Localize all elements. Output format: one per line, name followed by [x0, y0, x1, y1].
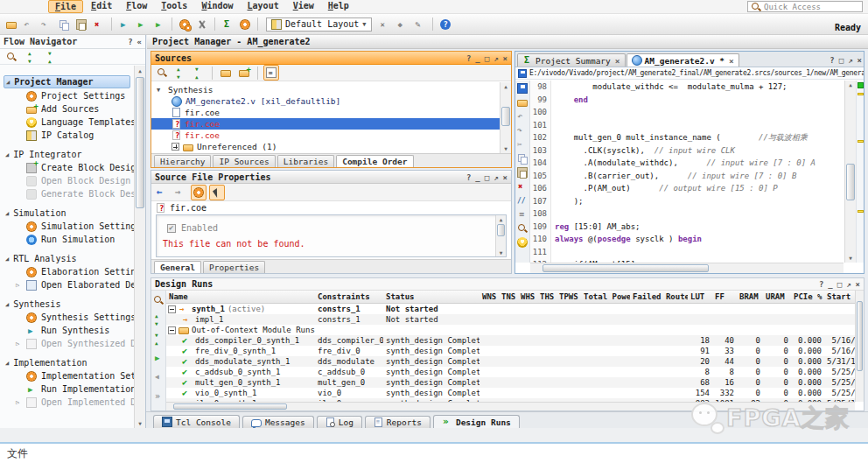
tree-expander-icon[interactable]	[172, 143, 179, 151]
add-file-button[interactable]	[236, 65, 252, 81]
close-icon[interactable]: ×	[615, 56, 620, 66]
run-step-button[interactable]	[151, 17, 167, 32]
design-run-row-impl-1[interactable]: impl_1constrs_1Not started	[166, 314, 855, 325]
scroll-down-icon[interactable]: ▼	[845, 254, 856, 263]
scroll-down-icon[interactable]: ▼	[500, 144, 511, 153]
window-collapse-button[interactable]: «	[137, 38, 142, 46]
design-runs-vscrollbar[interactable]	[855, 291, 864, 402]
flow-item-simulation-settings[interactable]: Simulation Settings	[0, 220, 134, 233]
lightbulb-button[interactable]	[517, 236, 528, 248]
editor-horizontal-scrollbar[interactable]	[530, 263, 844, 273]
bottom-tab-tcl-console[interactable]: Tcl Console	[153, 415, 240, 428]
tree-expander-icon[interactable]	[168, 305, 176, 313]
source-item-am-generate2-v-xil-defaultlib[interactable]: AM_generate2.v [xil_defaultlib]	[151, 95, 500, 107]
column-header-tns[interactable]: TNS	[499, 291, 518, 303]
window-min-button[interactable]: _	[475, 173, 480, 182]
menu-item-view[interactable]: View	[287, 0, 320, 13]
flow-navigator-scrollbar[interactable]: ▲ ▼	[134, 66, 145, 428]
sources-scrollbar[interactable]: ▲ ▼	[500, 82, 511, 153]
redo-button[interactable]	[38, 17, 54, 32]
props-edit-button[interactable]	[191, 185, 206, 200]
window-float-button[interactable]: ↗	[494, 173, 498, 182]
column-header-total-power[interactable]: Total Power	[581, 291, 630, 303]
tools-button[interactable]	[194, 17, 210, 32]
window-float-button[interactable]: ↗	[494, 54, 498, 63]
scroll-up-icon[interactable]: ▲	[496, 215, 506, 223]
warning-mark[interactable]	[858, 210, 864, 213]
window-close-button[interactable]: ×	[503, 173, 508, 182]
close-icon[interactable]: ×	[729, 56, 734, 66]
sfp-tab-general[interactable]: General	[154, 261, 201, 273]
save-button[interactable]	[517, 82, 528, 94]
window-float-button[interactable]: ↗	[848, 56, 852, 65]
column-header-name[interactable]: Name	[166, 291, 315, 303]
window-max-button[interactable]: □	[485, 54, 489, 63]
scrollbar-thumb[interactable]	[501, 107, 510, 126]
flow-item-create-block-design[interactable]: Create Block Design	[0, 161, 134, 174]
expand-all-button[interactable]	[191, 65, 206, 81]
flow-item-implementation-settings[interactable]: Implementation Settings	[0, 369, 134, 382]
quick-access-search[interactable]: Quick Access	[747, 1, 863, 12]
scrollbar-thumb[interactable]	[173, 403, 287, 410]
back-button[interactable]	[154, 185, 170, 200]
flow-item-run-synthesis[interactable]: Run Synthesis	[0, 324, 134, 337]
source-item-fir-coe[interactable]: fir.coe	[151, 118, 500, 130]
editor-tab-am-generate2-v[interactable]: AM_generate2.v *×	[626, 53, 739, 67]
design-run-row-mult-gen-0-synth-1[interactable]: mult_gen_0_synth_1mult_gen_0synth_design…	[166, 377, 855, 388]
flow-item-open-synthesized-design[interactable]: ▷Open Synthesized Design	[0, 337, 134, 350]
step-next-button[interactable]	[150, 389, 166, 404]
expand-all-button[interactable]	[44, 49, 60, 65]
window-max-button[interactable]: □	[485, 173, 489, 182]
scrollbar-thumb[interactable]	[857, 301, 863, 371]
design-run-row-vio-0-synth-1[interactable]: vio_0_synth_1vio_0synth_design Complete!…	[166, 388, 855, 398]
pen-button[interactable]	[412, 17, 428, 32]
design-run-row-dds-modulate-synth-1[interactable]: dds_modulate_synth_1dds_modulatesynth_de…	[166, 356, 855, 367]
column-header-wns[interactable]: WNS	[480, 291, 499, 303]
copy-button[interactable]	[517, 152, 528, 164]
open-file-button[interactable]	[517, 96, 528, 108]
warning-mark[interactable]	[858, 93, 864, 95]
step-prev-button[interactable]	[150, 369, 166, 385]
scrollbar-thumb[interactable]	[136, 77, 144, 208]
design-run-row-fre-div-0-synth-1[interactable]: fre_div_0_synth_1fre_div_0synth_design C…	[166, 346, 855, 356]
window-help-button[interactable]: ?	[466, 54, 471, 63]
flow-item-run-simulation[interactable]: Run Simulation	[0, 233, 134, 246]
column-header-lut[interactable]: LUT	[688, 291, 712, 303]
delete-button[interactable]	[91, 17, 107, 32]
run-button[interactable]	[150, 350, 166, 366]
window-close-button[interactable]: ×	[858, 56, 862, 65]
source-item-fir-coe[interactable]: fir.coe	[151, 107, 500, 118]
column-header-ths[interactable]: THS	[537, 291, 556, 303]
warning-mark[interactable]	[858, 140, 864, 143]
column-header-tpws[interactable]: TPWS	[556, 291, 581, 303]
undo-button[interactable]	[21, 17, 37, 32]
scroll-up-icon[interactable]: ▲	[135, 66, 145, 75]
layout-selector[interactable]: Default Layout ▼	[266, 18, 372, 32]
search-button[interactable]	[150, 292, 166, 308]
window-min-button[interactable]: _	[828, 280, 832, 289]
delete-button[interactable]	[517, 180, 528, 192]
tree-expander-icon[interactable]	[168, 326, 176, 334]
collapse-all-button[interactable]	[150, 312, 166, 327]
design-runs-hscrollbar[interactable]	[166, 402, 855, 410]
flow-section-synthesis[interactable]: ◢Synthesis	[4, 298, 130, 310]
bottom-tab-reports[interactable]: Reports	[365, 416, 430, 428]
window-help-button[interactable]: ?	[819, 280, 823, 289]
synth-run-button[interactable]	[116, 17, 132, 32]
editor-scrollbar[interactable]: ▲ ▼	[844, 81, 856, 263]
column-header-bram[interactable]: BRAM	[737, 291, 763, 303]
flow-item-run-implementation[interactable]: Run Implementation	[0, 382, 134, 396]
window-max-button[interactable]: □	[837, 280, 842, 289]
design-run-row-dds-compiler-0-synth-1[interactable]: dds_compiler_0_synth_1dds_compiler_0synt…	[166, 335, 855, 346]
copy-button[interactable]	[56, 17, 72, 32]
bottom-tab-log[interactable]: Log	[317, 416, 362, 428]
source-item-fir-coe[interactable]: fir.coe	[151, 130, 500, 141]
undo-button[interactable]	[517, 110, 528, 122]
scroll-down-icon[interactable]: ▼	[496, 249, 506, 256]
editor-tab-project-summary[interactable]: Project Summary×	[517, 53, 626, 67]
menu-item-tools[interactable]: Tools	[155, 0, 193, 13]
column-header-pcie[interactable]: PCIe %	[791, 291, 824, 303]
flow-section-ip-integrator[interactable]: ◢IP Integrator	[4, 149, 130, 160]
open-file-button[interactable]	[4, 17, 19, 32]
collapse-all-button[interactable]	[172, 65, 188, 81]
